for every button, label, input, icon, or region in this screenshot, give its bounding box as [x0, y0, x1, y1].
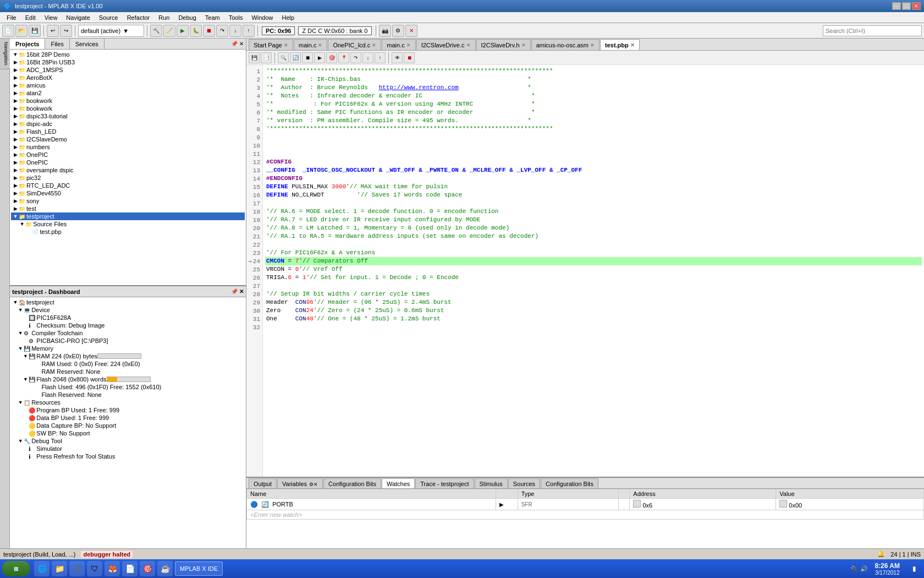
- close-button[interactable]: ✕: [912, 2, 921, 10]
- tab-close-icon[interactable]: ✕: [318, 42, 322, 48]
- editor-tab-mainc1[interactable]: main.c✕: [294, 39, 327, 50]
- titlebar-controls[interactable]: ─ □ ✕: [892, 2, 921, 10]
- settings-icon[interactable]: ⚙: [392, 25, 404, 37]
- project-dropdown[interactable]: default (active) ▼: [78, 25, 144, 37]
- step-into-icon[interactable]: ↓: [229, 25, 241, 37]
- dash-item-databp[interactable]: 🔴Data BP Used: 1 Free: 999: [11, 414, 245, 422]
- watch-row[interactable]: 🔵 🔄 PORTB ▶ SFR 0x6 0x00: [247, 499, 924, 510]
- ed-step-out-icon[interactable]: ↑: [375, 52, 386, 63]
- dash-item-flash[interactable]: ▼💾Flash 2048 (0x800) words: [11, 375, 245, 383]
- ed-set-pc-icon[interactable]: 🎯: [326, 52, 337, 63]
- output-tab-variables[interactable]: Variables⚙✕: [277, 478, 323, 488]
- output-tab-trace[interactable]: Trace - testproject: [415, 478, 474, 488]
- taskbar-explorer-icon[interactable]: 📁: [52, 561, 67, 576]
- menu-item-edit[interactable]: Edit: [21, 13, 40, 22]
- open-file-icon[interactable]: 📂: [15, 25, 28, 37]
- tree-item-16bit28pusb3[interactable]: ▶📁16Bit 28Pin USB3: [11, 58, 245, 66]
- menu-item-debug[interactable]: Debug: [174, 13, 200, 22]
- minimize-button[interactable]: ─: [892, 2, 901, 10]
- undo-icon[interactable]: ↩: [47, 25, 59, 37]
- maximize-button[interactable]: □: [902, 2, 911, 10]
- dash-item-tp[interactable]: ▼🏠testproject: [11, 298, 245, 306]
- step-over-icon[interactable]: ↷: [216, 25, 228, 37]
- stop-icon[interactable]: ⏹: [203, 25, 215, 37]
- menu-item-refactor[interactable]: Refactor: [123, 13, 155, 22]
- editor-tab-mainc2[interactable]: main.c✕: [382, 39, 415, 50]
- new-file-icon[interactable]: 📄: [2, 25, 14, 37]
- debug-icon[interactable]: 🐛: [190, 25, 202, 37]
- editor-tab-i2cslavedrv[interactable]: I2CSlaveDrv.h✕: [476, 39, 531, 50]
- start-button[interactable]: ⊞: [2, 561, 30, 576]
- tree-item-bookwork2[interactable]: ▶📁bookwork: [11, 105, 245, 112]
- editor-tab-i2cslave[interactable]: I2CSlaveDrive.c✕: [416, 39, 476, 50]
- menu-item-view[interactable]: View: [40, 13, 62, 22]
- tree-item-testproject[interactable]: ▼📁testproject: [11, 212, 245, 220]
- dash-item-debugtool[interactable]: ▼🔧Debug Tool: [11, 437, 245, 445]
- ed-save-all-icon[interactable]: 📑: [261, 52, 272, 63]
- tree-item-flashled[interactable]: ▶📁Flash_LED: [11, 128, 245, 135]
- dash-item-memory[interactable]: ▼💾Memory: [11, 345, 245, 352]
- menu-item-file[interactable]: File: [2, 13, 21, 22]
- tree-item-numbers[interactable]: ▶📁numbers: [11, 143, 245, 151]
- dash-item-flashused[interactable]: Flash Used: 496 (0x1F0) Free: 1552 (0x61…: [11, 383, 245, 391]
- tree-item-sony[interactable]: ▶📁sony: [11, 197, 245, 205]
- tree-item-bookwork1[interactable]: ▶📁bookwork: [11, 97, 245, 105]
- menu-item-team[interactable]: Team: [201, 13, 224, 22]
- tree-item-aerobotx[interactable]: ▶📁AeroBotX: [11, 74, 245, 81]
- tree-item-adc1msps[interactable]: ▶📁ADC_1MSPS: [11, 66, 245, 74]
- ed-stop-icon[interactable]: ⏹: [404, 52, 415, 63]
- tree-item-dspic33tut[interactable]: ▶📁dspic33-tutorial: [11, 112, 245, 120]
- enter-watch-cell[interactable]: <Enter new watch>: [247, 510, 924, 520]
- tree-item-atan2[interactable]: ▶📁atan2: [11, 89, 245, 97]
- tree-item-i2cslavedemo[interactable]: ▶📁I2CSlaveDemo: [11, 135, 245, 143]
- output-tab-sources[interactable]: Sources: [508, 478, 540, 488]
- tab-files[interactable]: Files: [45, 39, 69, 49]
- taskbar-media-icon[interactable]: 🎵: [69, 561, 85, 576]
- tab-close-icon[interactable]: ✕: [406, 42, 411, 48]
- dash-item-captbp[interactable]: 🟡Data Capture BP: No Support: [11, 422, 245, 429]
- taskbar-pdf-icon[interactable]: 📄: [122, 561, 138, 576]
- ed-find-icon[interactable]: 🔍: [278, 52, 289, 63]
- tab-close-icon[interactable]: ✕: [590, 42, 595, 48]
- tree-item-rtcledadc[interactable]: ▶📁RTC_LED_ADC: [11, 182, 245, 189]
- dash-item-swbp[interactable]: 🟡SW BP: No Support: [11, 429, 245, 437]
- ed-replace-icon[interactable]: 🔄: [290, 52, 301, 63]
- taskbar-app-mplab[interactable]: MPLAB X IDE: [175, 561, 223, 576]
- menu-item-navigate[interactable]: Navigate: [62, 13, 94, 22]
- dash-item-flashres[interactable]: Flash Reserved: None: [11, 391, 245, 399]
- editor-tab-startpage[interactable]: Start Page✕: [249, 39, 293, 50]
- menu-item-source[interactable]: Source: [95, 13, 123, 22]
- close-panel-icon[interactable]: ✕: [239, 41, 244, 47]
- editor-tab-amicusnoasc[interactable]: amicus-no-osc.asm✕: [531, 39, 600, 50]
- tab-close-icon[interactable]: ✕: [521, 42, 526, 48]
- dash-item-pic16f628a[interactable]: 🔲PIC16F628A: [11, 314, 245, 321]
- menu-item-run[interactable]: Run: [154, 13, 174, 22]
- output-tab-output[interactable]: Output: [249, 478, 277, 488]
- pin-icon[interactable]: 📌: [231, 41, 238, 47]
- dash-item-dev[interactable]: ▼💻Device: [11, 306, 245, 314]
- code-editor[interactable]: '***************************************…: [263, 65, 924, 477]
- tab-close-icon[interactable]: ✕: [466, 42, 471, 48]
- taskbar-shield-icon[interactable]: 🛡: [87, 561, 102, 576]
- tree-item-onepic1[interactable]: ▶📁OnePIC: [11, 151, 245, 159]
- build-icon[interactable]: 🔨: [150, 25, 162, 37]
- dash-item-checksum[interactable]: ℹChecksum: Debug Image: [11, 321, 245, 329]
- tree-item-dspicadc[interactable]: ▶📁dspic-adc: [11, 120, 245, 128]
- dash-item-picbasic[interactable]: ⚙PICBASIC-PRO [C:\PBP3]: [11, 337, 245, 345]
- run-icon[interactable]: ▶: [177, 25, 189, 37]
- editor-tab-testpbp[interactable]: test.pbp✕: [600, 39, 640, 50]
- dash-item-ram[interactable]: ▼💾RAM 224 (0xE0) bytes: [11, 352, 245, 360]
- tree-item-amicus[interactable]: ▶📁amicus: [11, 81, 245, 89]
- tree-item-test[interactable]: ▶📁test: [11, 205, 245, 212]
- dashboard-pin-icon[interactable]: 📌: [231, 288, 238, 295]
- clean-icon[interactable]: 🧹: [163, 25, 175, 37]
- menu-item-tools[interactable]: Tools: [224, 13, 248, 22]
- save-icon[interactable]: 💾: [29, 25, 41, 37]
- search-input[interactable]: [823, 25, 922, 36]
- dash-item-ramres[interactable]: RAM Reserved: None: [11, 368, 245, 375]
- tree-item-simdev4550[interactable]: ▶📁SimDev4550: [11, 189, 245, 197]
- step-out-icon[interactable]: ↑: [243, 25, 255, 37]
- watch-row[interactable]: <Enter new watch>: [247, 510, 924, 520]
- tab-close-icon[interactable]: ✕: [372, 42, 376, 48]
- dash-item-simulator[interactable]: ℹSimulator: [11, 445, 245, 452]
